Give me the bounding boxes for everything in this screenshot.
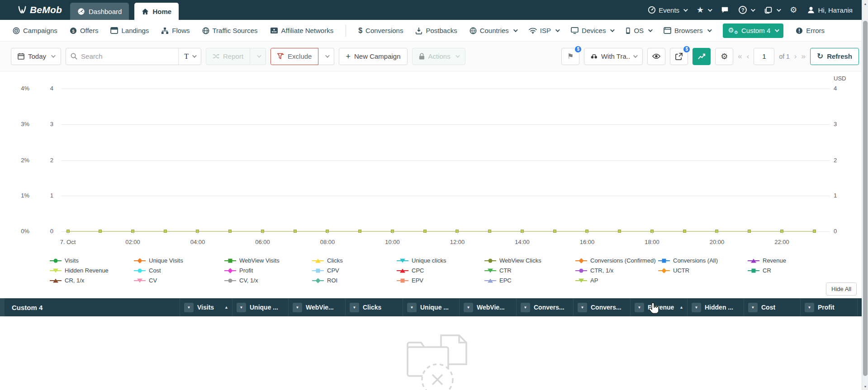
first-page-button[interactable]: « bbox=[738, 52, 742, 61]
column-header-revenue[interactable]: ▼Revenue▲ bbox=[631, 298, 688, 316]
nav-affiliate-networks[interactable]: Affiliate Networks bbox=[270, 27, 334, 34]
column-header-visits[interactable]: ▼Visits▲ bbox=[180, 298, 232, 316]
filter-funnel-icon[interactable]: ▼ bbox=[805, 303, 814, 312]
toggle-chart-button[interactable] bbox=[693, 48, 711, 65]
page-input[interactable] bbox=[754, 48, 774, 65]
tab-dashboard[interactable]: Dashboard bbox=[70, 3, 129, 20]
filter-funnel-icon[interactable]: ▼ bbox=[237, 303, 246, 312]
filter-funnel-icon[interactable]: ▼ bbox=[184, 303, 194, 312]
exclude-button[interactable]: Exclude bbox=[270, 48, 318, 65]
settings-button[interactable]: ⚙ bbox=[790, 6, 797, 14]
favorites-menu[interactable]: ★ bbox=[697, 5, 711, 15]
workspaces-menu[interactable] bbox=[764, 6, 780, 14]
legend-item[interactable]: UCTR bbox=[658, 267, 748, 274]
filter-funnel-icon[interactable]: ▼ bbox=[521, 303, 530, 312]
search-input[interactable] bbox=[77, 52, 178, 60]
legend-item[interactable]: CV bbox=[134, 277, 224, 284]
filter-funnel-icon[interactable]: ▼ bbox=[748, 303, 758, 312]
legend-item[interactable]: CV, 1/x bbox=[224, 277, 312, 284]
nav-campaigns[interactable]: Campaigns bbox=[13, 27, 57, 34]
filter-funnel-icon[interactable]: ▼ bbox=[692, 303, 701, 312]
legend-item[interactable]: EPV bbox=[397, 277, 484, 284]
filter-funnel-icon[interactable]: ▼ bbox=[293, 303, 302, 312]
column-header-webvie-[interactable]: ▼WebVie... bbox=[289, 298, 346, 316]
user-menu[interactable]: Hi, Наталія bbox=[807, 6, 853, 14]
hide-all-button[interactable]: Hide All bbox=[826, 282, 857, 296]
nav-countries[interactable]: Countries bbox=[470, 27, 517, 34]
filter-funnel-icon[interactable]: ▼ bbox=[464, 303, 473, 312]
tab-home[interactable]: Home bbox=[134, 3, 179, 20]
columns-visibility-button[interactable] bbox=[647, 48, 665, 65]
next-page-button[interactable]: › bbox=[794, 52, 797, 61]
scrollbar-thumb[interactable] bbox=[863, 21, 868, 376]
nav-browsers[interactable]: Browsers bbox=[664, 27, 711, 34]
exclude-dropdown-toggle[interactable] bbox=[318, 48, 334, 65]
nav-flows[interactable]: Flows bbox=[161, 27, 190, 34]
chat-button[interactable] bbox=[721, 6, 729, 14]
column-header-profit[interactable]: ▼Profit bbox=[801, 298, 858, 316]
date-range-button[interactable]: Today bbox=[11, 48, 61, 65]
actions-button[interactable]: Actions bbox=[412, 48, 465, 65]
export-button[interactable]: $ bbox=[670, 48, 688, 65]
nav-traffic-sources[interactable]: Traffic Sources bbox=[202, 27, 258, 34]
filter-funnel-icon[interactable]: ▼ bbox=[635, 303, 644, 312]
report-dropdown-toggle[interactable] bbox=[250, 48, 266, 65]
traffic-filter-dropdown[interactable]: With Tra... bbox=[584, 48, 643, 65]
prev-page-button[interactable]: ‹ bbox=[747, 52, 749, 61]
column-header-unique-[interactable]: ▼Unique ... bbox=[403, 298, 460, 316]
legend-item[interactable]: Cost bbox=[134, 267, 224, 274]
nav-landings[interactable]: Landings bbox=[110, 27, 149, 34]
nav-devices[interactable]: Devices bbox=[571, 27, 613, 34]
scroll-down-button[interactable]: ▼ bbox=[862, 383, 868, 390]
legend-item[interactable]: EPC bbox=[484, 277, 575, 284]
legend-item[interactable]: Hidden Revenue bbox=[50, 267, 134, 274]
filter-funnel-icon[interactable]: ▼ bbox=[407, 303, 417, 312]
sort-asc-icon[interactable]: ▲ bbox=[679, 305, 683, 310]
events-menu[interactable]: Events bbox=[648, 6, 687, 14]
legend-item[interactable]: CR bbox=[748, 267, 786, 274]
legend-item[interactable]: Conversions (All) bbox=[658, 257, 748, 264]
nav-errors[interactable]: Errors bbox=[796, 27, 825, 34]
legend-item[interactable]: AP bbox=[575, 277, 658, 284]
nav-offers[interactable]: $ Offers bbox=[70, 27, 99, 34]
help-menu[interactable]: ? bbox=[739, 6, 754, 14]
nav-custom4-button[interactable]: ⚙⚙ Custom 4 bbox=[723, 23, 784, 38]
new-campaign-button[interactable]: + New Campaign bbox=[339, 48, 407, 65]
filter-funnel-icon[interactable]: ▼ bbox=[350, 303, 359, 312]
page-scrollbar[interactable]: ▲ ▼ bbox=[862, 0, 868, 390]
legend-item[interactable]: Unique Visits bbox=[134, 257, 224, 264]
column-header-convers-[interactable]: ▼Convers... bbox=[574, 298, 631, 316]
nav-conversions[interactable]: $ Conversions bbox=[358, 27, 403, 35]
legend-item[interactable]: CPV bbox=[312, 267, 397, 274]
column-header-unique-[interactable]: ▼Unique ... bbox=[232, 298, 289, 316]
legend-item[interactable]: Revenue bbox=[748, 257, 786, 264]
column-header-cost[interactable]: ▼Cost bbox=[744, 298, 801, 316]
legend-item[interactable]: CPC bbox=[397, 267, 484, 274]
legend-item[interactable]: CTR bbox=[484, 267, 575, 274]
nav-os[interactable]: OS bbox=[626, 27, 651, 34]
legend-item[interactable]: WebView Clicks bbox=[484, 257, 575, 264]
filter-funnel-icon[interactable]: ▼ bbox=[578, 303, 587, 312]
legend-item[interactable]: CTR, 1/x bbox=[575, 267, 658, 274]
legend-item[interactable]: Visits bbox=[50, 257, 134, 264]
flag-button[interactable]: ⚑ $ bbox=[561, 48, 579, 65]
nav-postbacks[interactable]: Postbacks bbox=[415, 27, 457, 34]
last-page-button[interactable]: » bbox=[801, 52, 805, 61]
column-header-webvie-[interactable]: ▼WebVie... bbox=[460, 298, 517, 316]
grouping-column-header[interactable]: Custom 4 bbox=[5, 298, 180, 316]
search-type-dropdown[interactable]: T bbox=[178, 48, 201, 65]
legend-item[interactable]: Unique clicks bbox=[397, 257, 484, 264]
table-settings-button[interactable]: ⚙ bbox=[715, 48, 733, 65]
column-header-convers-[interactable]: ▼Convers... bbox=[517, 298, 574, 316]
report-button[interactable]: Report bbox=[206, 48, 250, 65]
sort-asc-icon[interactable]: ▲ bbox=[224, 305, 228, 310]
legend-item[interactable]: Clicks bbox=[312, 257, 397, 264]
nav-isp[interactable]: ISP bbox=[529, 27, 559, 34]
legend-item[interactable]: CR, 1/x bbox=[50, 277, 134, 284]
refresh-button[interactable]: ↻ Refresh bbox=[810, 48, 859, 65]
legend-item[interactable]: ROI bbox=[312, 277, 397, 284]
legend-item[interactable]: WebView Visits bbox=[224, 257, 312, 264]
legend-item[interactable]: Profit bbox=[224, 267, 312, 274]
scroll-up-button[interactable]: ▲ bbox=[862, 0, 868, 7]
column-header-hidden-[interactable]: ▼Hidden ... bbox=[688, 298, 744, 316]
